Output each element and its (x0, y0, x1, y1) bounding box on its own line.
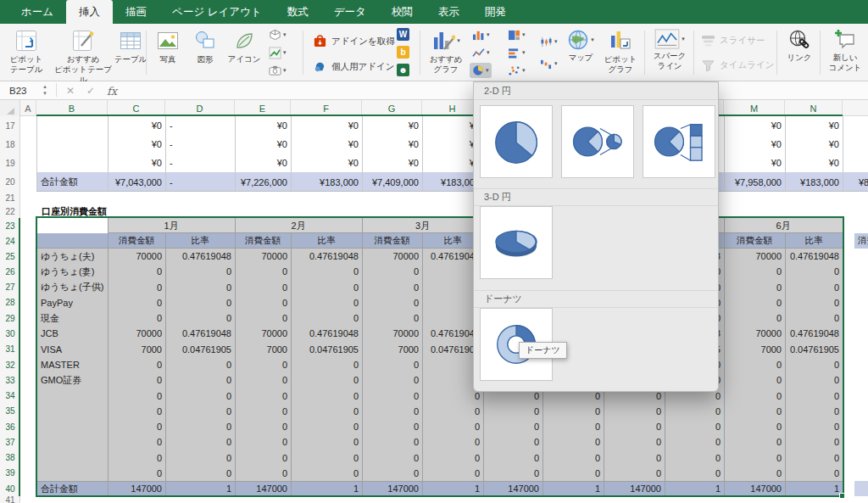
cell[interactable]: ¥0 (362, 154, 422, 172)
get-addins-button[interactable]: アドインを取得 (313, 34, 395, 48)
confirm-entry-icon[interactable]: ✓ (86, 81, 95, 100)
row-header-33[interactable]: 33 (0, 372, 20, 388)
row-header-17[interactable]: 17 (0, 116, 20, 135)
screenshot-button[interactable]: ▾ (266, 63, 289, 78)
cell[interactable]: ¥0 (291, 135, 362, 154)
ribbon-tab[interactable]: 描画 (113, 0, 159, 24)
ribbon-tab[interactable]: 表示 (426, 0, 472, 24)
subheader[interactable]: 消費金額 (854, 233, 868, 249)
chart-type-pie-3d[interactable] (480, 206, 553, 279)
ribbon-tab[interactable]: ホーム (8, 0, 66, 24)
cell[interactable]: ¥0 (108, 135, 165, 154)
recommended-pivot-button[interactable]: おすすめ ピボットテーブル (51, 29, 115, 85)
name-box-spinner[interactable]: ▲▼ (42, 83, 47, 97)
row-header-35[interactable]: 35 (0, 404, 20, 419)
cell[interactable]: ¥0 (235, 154, 291, 172)
row-header-26[interactable]: 26 (0, 264, 20, 279)
row-header-22[interactable]: 22 (0, 204, 20, 218)
ribbon-tab[interactable]: 開発 (472, 0, 519, 24)
cell[interactable]: ¥0 (291, 116, 362, 135)
row-header-29[interactable]: 29 (0, 310, 20, 326)
pivot-chart-button[interactable]: ピボット グラフ (600, 29, 641, 75)
cell[interactable]: ¥0 (235, 135, 291, 154)
3d-models-button[interactable]: ▾ (266, 27, 289, 42)
picture-button[interactable]: 写真 (151, 29, 185, 64)
row-header-34[interactable]: 34 (0, 388, 20, 403)
cell[interactable]: ¥0 (724, 116, 785, 135)
row-header-39[interactable]: 39 (0, 466, 20, 481)
insert-function-icon[interactable]: fx (107, 81, 117, 100)
chart-type-bar-of-pie[interactable] (643, 105, 715, 178)
insert-column-chart-button[interactable]: ▾ (470, 27, 492, 42)
row-header-37[interactable]: 37 (0, 434, 20, 450)
row-header-18[interactable]: 18 (0, 135, 20, 154)
cell[interactable]: - (165, 154, 235, 172)
cell[interactable]: - (165, 116, 235, 135)
row-header-38[interactable]: 38 (0, 450, 20, 466)
row-header-21[interactable]: 21 (0, 192, 20, 204)
cell[interactable]: 合計金額 (36, 172, 108, 192)
cell[interactable]: - (165, 172, 235, 192)
cell[interactable]: ¥0 (108, 116, 165, 135)
cell[interactable]: ¥0 (785, 116, 843, 135)
cell[interactable]: ¥0 (362, 135, 422, 154)
ribbon-tab[interactable]: 挿入 (66, 0, 113, 24)
column-header-O[interactable]: O (854, 100, 868, 116)
cell[interactable]: - (165, 135, 235, 154)
selection-fill-handle[interactable] (839, 493, 845, 499)
row-header-30[interactable]: 30 (0, 326, 20, 341)
row-header-41[interactable]: 41 (0, 496, 20, 503)
row-header-32[interactable]: 32 (0, 357, 20, 372)
insert-waterfall-chart-button[interactable]: ▾ (537, 56, 560, 71)
cell[interactable]: ¥0 (785, 154, 843, 172)
row-header-19[interactable]: 19 (0, 154, 20, 172)
cell[interactable]: ¥183,000 (291, 172, 362, 192)
cell[interactable]: ¥0 (291, 154, 362, 172)
insert-hierarchy-chart-button[interactable]: ▾ (505, 27, 528, 42)
smartart-button[interactable]: ▾ (266, 45, 289, 60)
cell[interactable]: ¥183,000 (785, 172, 843, 192)
row-header-36[interactable]: 36 (0, 419, 20, 434)
shapes-button[interactable]: 図形 (188, 29, 222, 64)
ribbon-tab[interactable]: 数式 (275, 0, 321, 24)
insert-pie-chart-button[interactable]: ▾ (470, 63, 492, 78)
cancel-entry-icon[interactable]: ✕ (66, 81, 75, 100)
cell[interactable]: ¥0 (235, 116, 291, 135)
cell[interactable]: ¥0 (362, 116, 422, 135)
link-button[interactable]: リンク (782, 29, 817, 63)
table-button[interactable]: テーブル (114, 29, 147, 64)
row-header-24[interactable]: 24 (0, 233, 20, 249)
pivot-table-button[interactable]: ピボット テーブル (3, 29, 49, 75)
cell[interactable]: ¥7,958,000 (724, 172, 785, 192)
bing-addin-button[interactable]: b (397, 46, 409, 59)
wikipedia-addin-button[interactable]: W (397, 28, 409, 41)
insert-stock-chart-button[interactable]: ▾ (537, 34, 560, 49)
people-graph-addin-button[interactable]: ☻ (397, 64, 409, 76)
ribbon-tab[interactable]: データ (321, 0, 379, 24)
insert-line-chart-button[interactable]: ▾ (470, 45, 492, 60)
row-header-31[interactable]: 31 (0, 342, 20, 357)
name-box[interactable]: B23 (3, 83, 57, 98)
cell[interactable]: ¥8, (854, 172, 868, 192)
row-header-20[interactable]: 20 (0, 172, 20, 192)
cell[interactable]: ¥0 (785, 135, 843, 154)
cell[interactable]: ¥0 (724, 154, 785, 172)
icons-button[interactable]: アイコン (225, 29, 263, 64)
recommended-charts-button[interactable]: ▾ おすすめ グラフ (426, 29, 466, 75)
insert-scatter-chart-button[interactable]: ▾ (505, 63, 528, 78)
row-header-27[interactable]: 27 (0, 280, 20, 295)
row-header-23[interactable]: 23 (0, 218, 20, 233)
chart-type-pie[interactable] (480, 105, 553, 178)
row-header-40[interactable]: 40 (0, 481, 20, 496)
insert-bar-chart-button[interactable]: ▾ (505, 45, 528, 60)
cell[interactable]: ¥7,226,000 (235, 172, 291, 192)
new-comment-button[interactable]: 新しい コメント (825, 29, 865, 73)
cell[interactable]: ¥7,043,000 (108, 172, 165, 192)
row-header-25[interactable]: 25 (0, 249, 20, 264)
cell[interactable]: ¥0 (108, 154, 165, 172)
column-header-A[interactable]: A (20, 100, 36, 116)
cell[interactable]: ¥0 (724, 135, 785, 154)
my-addins-button[interactable]: 個人用アドイン ▾ (313, 59, 403, 74)
chart-type-pie-of-pie[interactable] (561, 105, 634, 178)
ribbon-tab[interactable]: ページ レイアウト (159, 0, 275, 24)
